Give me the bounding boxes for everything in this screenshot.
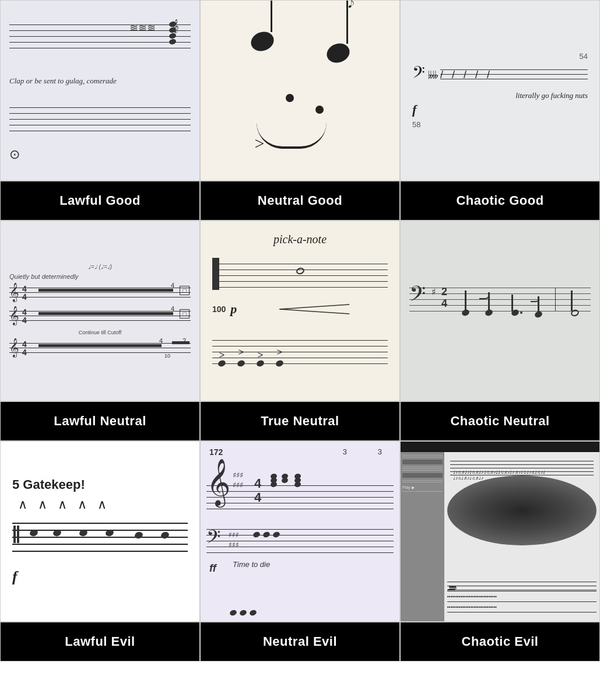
lawful-neutral-image: ♩=♩ (♩=♩) Quietly but determinedly 𝄞 44 … (0, 220, 200, 401)
chaotic-good-label: Chaotic Good (400, 181, 600, 220)
eye-symbol: ⊙ (9, 147, 191, 162)
svg-line-0 (280, 304, 350, 309)
alignment-chart-grid: 𝄞 ≋≋≋ Clap or be sent to gulag, comerade (0, 0, 600, 662)
quietly-text: Quietly but determinedly (9, 273, 191, 280)
chaotic-neutral-image: 𝄢 ♯ 24 (400, 220, 600, 401)
pick-a-note-text: pick-a-note (212, 233, 388, 246)
gulag-text: Clap or be sent to gulag, comerade (9, 72, 191, 90)
true-neutral-label: True Neutral (200, 401, 400, 441)
chaotic-evil-image: Play ▶ ♩♪♫♬♩♪♩♫♬♩ (400, 441, 600, 622)
lawful-evil-image: 5 Gatekeep! ∧∧∧∧∧ (0, 441, 200, 622)
chaotic-neutral-label: Chaotic Neutral (400, 401, 600, 441)
tempo-100: 100 (212, 304, 226, 314)
dynamic-p: p (230, 302, 237, 317)
dynamic-ff: ff (209, 562, 216, 575)
neutral-good-image: 𝅘𝅥𝅮 𝅘𝅥𝅮 > (200, 0, 400, 181)
continue-text: Continue till Cutoff (9, 330, 191, 335)
tempo-172: 172 (209, 447, 223, 457)
lawful-evil-label: Lawful Evil (0, 622, 200, 662)
nuts-text: literally go fucking nuts (515, 91, 588, 100)
gatekeep-text: 5 Gatekeep! (12, 477, 188, 492)
measure-58: 58 (412, 120, 588, 129)
neutral-evil-label: Neutral Evil (200, 622, 400, 662)
dynamic-f-evil: f (12, 568, 188, 586)
dynamic-f-chaotic: f (412, 102, 588, 117)
neutral-good-label: Neutral Good (200, 181, 400, 220)
lawful-good-label: Lawful Good (0, 181, 200, 220)
neutral-evil-image: 172 3 3 𝄞 ♯♯♯♯♯♯ 44 (200, 441, 400, 622)
chaotic-good-image: 54 𝄢 𝄫𝄫 / / / / / literally go fucking n… (400, 0, 600, 181)
lawful-neutral-label: Lawful Neutral (0, 401, 200, 441)
measure-54: 54 (580, 52, 588, 61)
time-to-die-text: Time to die (233, 560, 270, 569)
svg-line-1 (280, 309, 350, 314)
true-neutral-image: pick-a-note 100 p (200, 220, 400, 401)
lawful-good-image: 𝄞 ≋≋≋ Clap or be sent to gulag, comerade (0, 0, 200, 181)
chaotic-evil-label: Chaotic Evil (400, 622, 600, 662)
